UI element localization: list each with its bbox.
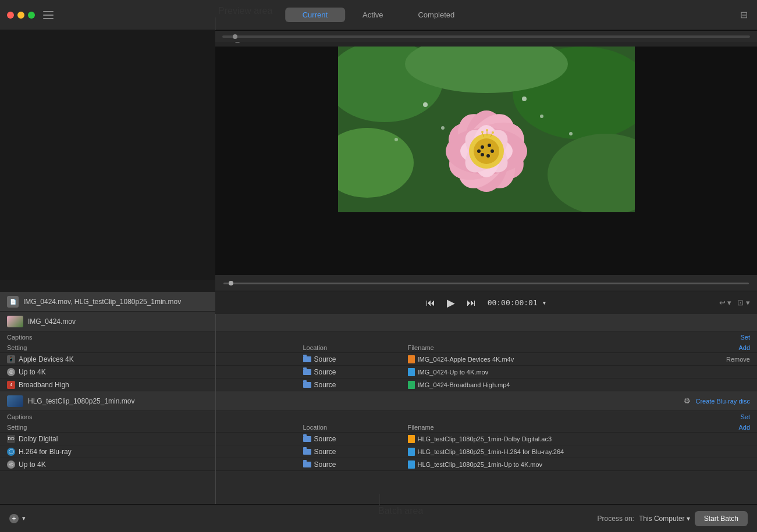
playback-right-controls: ↩ ▾ ⊡ ▾	[719, 298, 750, 307]
traffic-lights	[0, 12, 35, 19]
settings-icon[interactable]: ⊟	[740, 9, 748, 20]
timecode-display[interactable]: 00:00:00:01 ▾	[488, 298, 547, 307]
timeline-playhead[interactable]	[229, 281, 233, 285]
play-button[interactable]: ▶	[447, 297, 455, 309]
col-header-filename-img0424: Filename	[408, 344, 704, 351]
scrubber-bar[interactable]	[222, 35, 750, 38]
setting-name-broadband-high: 4 Broadband High	[7, 381, 303, 389]
setting-icon-circle: ◎	[7, 368, 15, 376]
tab-current[interactable]: Current	[285, 8, 345, 22]
filename-dolby-digital: HLG_testClip_1080p25_1min-Dolby Digital.…	[408, 435, 704, 443]
scrubber-container	[215, 274, 757, 292]
sidebar-toggle-button[interactable]	[43, 11, 54, 19]
preview-panel: IMG_0424.mov ⧉ 30% ▾	[215, 30, 757, 280]
batch-item-img0424-thumb	[7, 316, 23, 327]
filetype-icon-mp4	[408, 381, 415, 389]
folder-icon-dolby	[303, 436, 311, 442]
batch-item-hlg: HLG_testClip_1080p25_1min.mov ⚙ Create B…	[0, 391, 757, 411]
tab-active[interactable]: Active	[345, 8, 400, 22]
set-button-hlg[interactable]: Set	[740, 413, 750, 420]
process-on-section: Process on: This Computer ▾ Start Batch	[598, 511, 748, 526]
location-apple-devices: Source	[303, 355, 408, 363]
col-header-setting-img0424: Setting	[7, 344, 303, 351]
svg-point-22	[491, 149, 494, 153]
captions-label-hlg: Captions	[7, 413, 32, 420]
skip-back-button[interactable]: ⏮	[426, 298, 435, 308]
setting-icon-h264: ◯	[7, 448, 15, 456]
tab-completed[interactable]: Completed	[400, 8, 472, 22]
setting-row-dolby-digital: DD Dolby Digital Source HLG_testClip_108…	[0, 433, 757, 445]
location-h264-bluray: Source	[303, 448, 408, 456]
batch-item-img0424-captions-row: Captions Set	[0, 331, 757, 343]
col-header-location-hlg: Location	[303, 424, 408, 431]
create-bluray-button[interactable]: Create Blu-ray disc	[695, 398, 750, 405]
svg-point-32	[423, 102, 428, 107]
remove-button-apple-devices[interactable]: Remove	[703, 356, 750, 363]
skip-forward-button[interactable]: ⏭	[467, 298, 476, 308]
setting-row-up-to-4k: ◎ Up to 4K Source IMG_0424-Up to 4K.mov	[0, 366, 757, 379]
svg-point-37	[569, 132, 573, 135]
batch-item-img0424-name: IMG_0424.mov	[7, 316, 76, 327]
col-add-img0424[interactable]: Add	[703, 344, 750, 351]
location-broadband-high: Source	[303, 381, 408, 389]
loop-icon[interactable]: ↩ ▾	[719, 298, 732, 307]
svg-point-33	[540, 115, 543, 118]
svg-point-35	[522, 97, 527, 101]
svg-point-21	[488, 144, 491, 147]
filetype-icon-hlg-mov	[408, 460, 415, 469]
filetype-icon-mov-1	[408, 368, 415, 376]
batch-item-hlg-captions-row: Captions Set	[0, 411, 757, 423]
svg-point-31	[492, 131, 494, 134]
svg-point-20	[481, 145, 484, 149]
filetype-icon-264	[408, 448, 415, 456]
setting-name-h264-bluray: ◯ H.264 for Blu-ray	[7, 448, 303, 456]
folder-icon-up-to-4k	[303, 369, 311, 375]
scrubber-area[interactable]	[215, 30, 757, 42]
setting-row-broadband-high: 4 Broadband High Source IMG_0424-Broadba…	[0, 379, 757, 391]
location-dolby-digital: Source	[303, 435, 408, 443]
svg-point-27	[481, 131, 484, 133]
maximize-button[interactable]	[28, 12, 35, 19]
close-button[interactable]	[7, 12, 14, 19]
col-header-setting-hlg: Setting	[7, 424, 303, 431]
filename-h264-bluray: HLG_testClip_1080p25_1min-H.264 for Blu-…	[408, 448, 704, 456]
setting-name-hlg-up-to-4k: ◎ Up to 4K	[7, 460, 303, 469]
folder-icon-broadband-high	[303, 382, 311, 388]
add-batch-button[interactable]: + ▾	[9, 514, 26, 523]
col-add-hlg[interactable]: Add	[703, 424, 750, 431]
setting-icon-phone: 📱	[7, 355, 15, 363]
computer-dropdown-arrow[interactable]: ▾	[687, 515, 690, 523]
setting-name-apple-devices: 📱 Apple Devices 4K	[7, 355, 303, 363]
svg-point-24	[481, 153, 484, 156]
filetype-icon-m4v	[408, 355, 415, 363]
svg-point-34	[441, 126, 445, 130]
location-hlg-up-to-4k: Source	[303, 460, 408, 469]
col-headers-img0424: Setting Location Filename Add	[0, 343, 757, 353]
batch-item-hlg-thumb	[7, 395, 23, 407]
gear-icon-hlg[interactable]: ⚙	[684, 397, 691, 405]
batch-item-hlg-name: HLG_testClip_1080p25_1min.mov	[7, 395, 134, 407]
output-icon[interactable]: ⊡ ▾	[737, 298, 750, 307]
setting-icon-up4k: ◎	[7, 460, 15, 469]
set-button-img0424[interactable]: Set	[740, 334, 750, 341]
playback-controls: ⏮ ▶ ⏭ 00:00:00:01 ▾ ↩ ▾ ⊡ ▾	[215, 291, 757, 314]
minimize-button[interactable]	[17, 12, 24, 19]
scrubber-handle[interactable]	[233, 34, 237, 39]
preview-left-panel	[0, 30, 215, 280]
start-batch-button[interactable]: Start Batch	[695, 511, 748, 526]
preview-canvas	[215, 47, 757, 212]
add-dropdown-arrow[interactable]: ▾	[22, 515, 26, 522]
setting-name-up-to-4k: ◎ Up to 4K	[7, 368, 303, 376]
location-up-to-4k: Source	[303, 368, 408, 376]
timeline-bar[interactable]	[223, 283, 749, 284]
svg-point-29	[486, 129, 488, 131]
process-on-label: Process on:	[598, 515, 634, 523]
folder-icon-hlg-up-to-4k	[303, 462, 311, 467]
bottom-bar: + ▾ Process on: This Computer ▾ Start Ba…	[0, 504, 757, 532]
batch-file-icon: 📄	[7, 296, 19, 308]
computer-select[interactable]: This Computer ▾	[639, 515, 690, 523]
flower-preview-image	[338, 47, 635, 212]
col-headers-hlg: Setting Location Filename Add	[0, 423, 757, 433]
svg-point-23	[486, 154, 490, 158]
setting-icon-4: 4	[7, 381, 15, 389]
